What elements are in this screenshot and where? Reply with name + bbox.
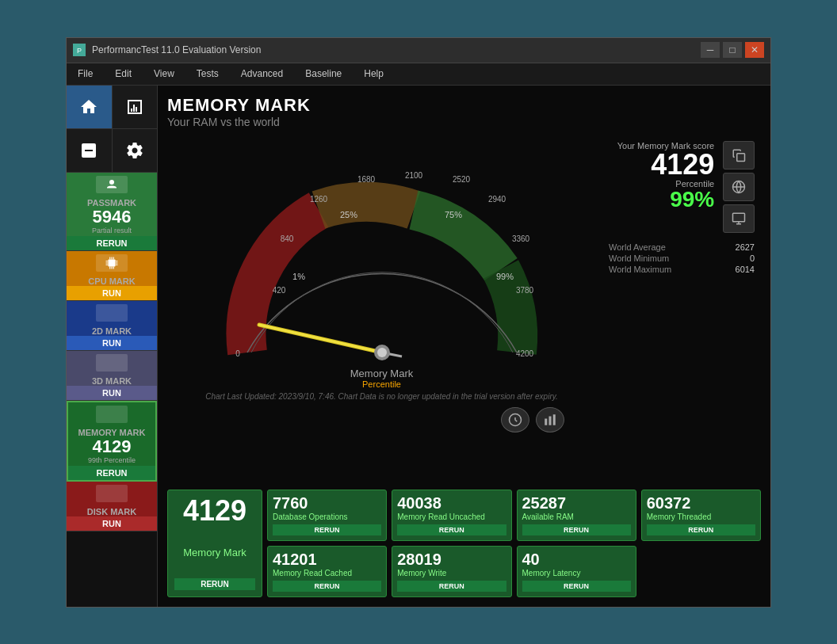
score-globe-button[interactable] — [723, 173, 755, 201]
result-label-0: Database Operations — [273, 513, 381, 521]
svg-rect-30 — [733, 213, 745, 222]
content-area: MEMORY MARK Your RAM vs the world — [158, 86, 770, 607]
svg-point-2 — [109, 180, 114, 185]
nav-export-button[interactable] — [67, 129, 113, 172]
big-result-card: 4129 Memory Mark RERUN — [167, 490, 262, 597]
sidebar-3d-section: 3D MARK RUN — [67, 351, 157, 401]
result-rerun-4[interactable]: RERUN — [273, 581, 381, 592]
sidebar: PASSMARK 5946 Partial result RERUN CPU M… — [67, 86, 158, 607]
svg-text:420: 420 — [272, 286, 285, 295]
cpu-icon — [105, 256, 119, 270]
titlebar: P PerformancTest 11.0 Evaluation Version… — [67, 38, 770, 63]
nav-chart-button[interactable] — [113, 86, 158, 128]
nav-home-button[interactable] — [67, 86, 113, 128]
world-maximum-row: World Maximum 6014 — [609, 265, 755, 274]
score-value: 4129 — [617, 151, 714, 179]
menu-file[interactable]: File — [73, 67, 97, 81]
svg-rect-25 — [545, 418, 547, 425]
result-card-3: 60372 Memory Threaded RERUN — [641, 490, 761, 541]
close-button[interactable]: ✕ — [745, 42, 764, 58]
svg-text:75%: 75% — [444, 210, 461, 219]
bar-chart-button[interactable] — [536, 407, 564, 433]
gauge-label: Memory Mark Percentile — [350, 368, 413, 389]
result-score-2: 25287 — [522, 495, 631, 511]
world-minimum-value: 0 — [750, 253, 755, 263]
world-average-row: World Average 2627 — [609, 242, 755, 252]
gauge-container: 1% 25% 75% 99% 0 420 840 1260 1680 2100 … — [208, 135, 556, 364]
export-icon — [79, 141, 98, 160]
result-rerun-3[interactable]: RERUN — [647, 524, 755, 535]
big-result-rerun-button[interactable]: RERUN — [174, 578, 255, 590]
memory-rerun-button[interactable]: RERUN — [68, 466, 155, 480]
results-grid: 4129 Memory Mark RERUN 7760 Database Ope… — [167, 490, 761, 597]
gauge-label-title: Memory Mark — [350, 368, 413, 379]
sidebar-nav-bottom — [67, 129, 157, 173]
passmark-icon — [105, 177, 119, 192]
passmark-icon-row — [67, 173, 157, 195]
gauge-view-button[interactable] — [501, 407, 529, 433]
svg-text:4200: 4200 — [515, 349, 533, 358]
2d-icon-row — [67, 301, 157, 323]
result-label-2: Available RAM — [522, 513, 631, 521]
memory-score: 4129 — [68, 437, 155, 456]
memory-icon-row — [68, 402, 155, 425]
score-copy-button[interactable] — [723, 141, 755, 170]
3d-run-button[interactable]: RUN — [67, 386, 157, 400]
menu-advanced[interactable]: Advanced — [236, 67, 288, 81]
svg-text:P: P — [77, 47, 82, 55]
passmark-rerun-button[interactable]: RERUN — [67, 236, 157, 250]
menu-view[interactable]: View — [149, 67, 179, 81]
world-maximum-value: 6014 — [736, 265, 755, 274]
sidebar-memory-section: MEMORY MARK 4129 99th Percentile RERUN — [67, 401, 157, 482]
settings-icon — [125, 141, 144, 160]
result-label-1: Memory Read Uncached — [397, 513, 506, 521]
window-title: PerformancTest 11.0 Evaluation Version — [92, 44, 701, 55]
3d-label: 3D MARK — [67, 373, 157, 386]
window-controls: ─ □ ✕ — [701, 42, 764, 58]
result-score-3: 60372 — [647, 495, 755, 511]
memory-label: MEMORY MARK — [68, 425, 155, 437]
svg-rect-26 — [549, 416, 552, 425]
page-subtitle: Your RAM vs the world — [167, 116, 761, 128]
result-rerun-0[interactable]: RERUN — [273, 524, 381, 535]
cpu-run-button[interactable]: RUN — [67, 286, 157, 300]
result-score-1: 40038 — [397, 495, 506, 511]
maximize-button[interactable]: □ — [723, 42, 742, 58]
nav-settings-button[interactable] — [113, 129, 158, 172]
result-card-6: 40 Memory Latency RERUN — [517, 546, 636, 597]
result-rerun-1[interactable]: RERUN — [397, 524, 506, 535]
svg-text:1680: 1680 — [357, 175, 375, 184]
chart-controls — [167, 407, 596, 433]
menu-tests[interactable]: Tests — [192, 67, 224, 81]
score-compare-button[interactable] — [723, 204, 755, 233]
menu-baseline[interactable]: Baseline — [300, 67, 346, 81]
svg-text:25%: 25% — [339, 210, 357, 219]
menu-help[interactable]: Help — [359, 67, 388, 81]
world-minimum-label: World Minimum — [609, 253, 669, 263]
minimize-button[interactable]: ─ — [701, 42, 720, 58]
result-card-1: 40038 Memory Read Uncached RERUN — [392, 490, 511, 541]
result-score-6: 40 — [522, 551, 631, 567]
disk-run-button[interactable]: RUN — [67, 516, 157, 531]
svg-line-20 — [259, 325, 382, 352]
chart-icon — [125, 97, 144, 116]
gauge-needle — [259, 325, 402, 360]
world-average-value: 2627 — [736, 242, 755, 252]
passmark-label: PASSMARK — [67, 195, 157, 208]
main-layout: PASSMARK 5946 Partial result RERUN CPU M… — [67, 86, 770, 607]
result-rerun-5[interactable]: RERUN — [397, 581, 506, 592]
result-rerun-2[interactable]: RERUN — [522, 524, 631, 535]
content-main: 1% 25% 75% 99% 0 420 840 1260 1680 2100 … — [167, 135, 761, 483]
svg-text:1260: 1260 — [309, 195, 327, 204]
result-rerun-6[interactable]: RERUN — [522, 581, 631, 592]
menu-edit[interactable]: Edit — [110, 67, 136, 81]
svg-text:1%: 1% — [292, 272, 305, 281]
svg-text:0: 0 — [235, 349, 240, 358]
2d-run-button[interactable]: RUN — [67, 336, 157, 350]
gauge-svg: 1% 25% 75% 99% 0 420 840 1260 1680 2100 … — [208, 135, 556, 364]
svg-text:3780: 3780 — [515, 286, 533, 295]
big-result-score: 4129 — [183, 497, 247, 525]
svg-text:99%: 99% — [495, 272, 513, 281]
score-stats: World Average 2627 World Minimum 0 World… — [609, 242, 755, 276]
chart-notice: Chart Last Updated: 2023/9/10, 7:46. Cha… — [205, 392, 558, 401]
